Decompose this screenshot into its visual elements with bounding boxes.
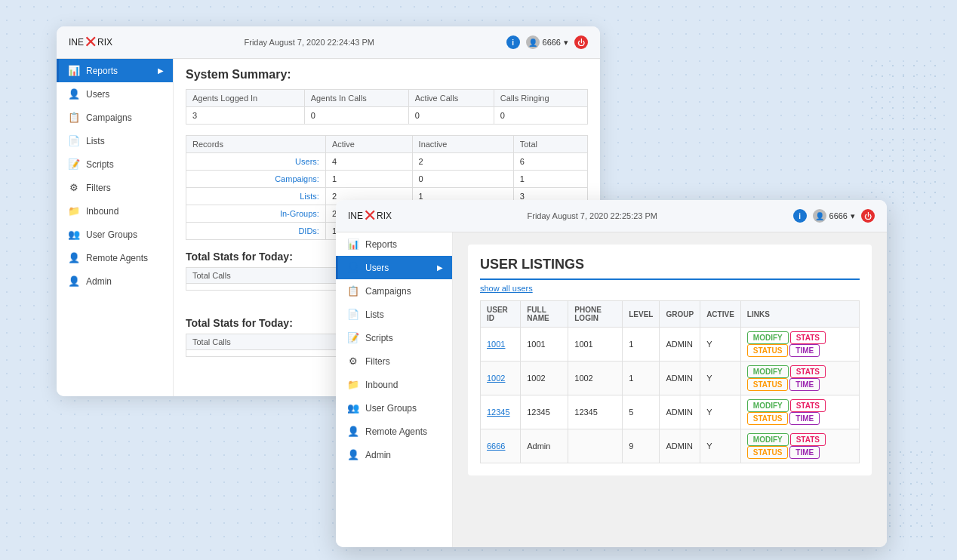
info-icon[interactable]: i	[506, 35, 520, 49]
w2-sidebar-item-filters[interactable]: ⚙ Filters	[336, 349, 452, 373]
w2-sidebar-item-users[interactable]: 👤 Users ▶	[336, 256, 452, 279]
active-calls-val: 0	[408, 107, 494, 125]
links-cell: MODIFYSTATSSTATUSTIME	[740, 362, 859, 395]
sidebar-item-admin[interactable]: 👤 Admin	[57, 269, 173, 293]
sidebar-item-campaigns[interactable]: 📋 Campaigns	[57, 106, 173, 129]
full-name-cell: Admin	[521, 429, 568, 463]
w2-lists-icon: 📄	[347, 309, 359, 320]
w2-sidebar-item-user-groups[interactable]: 👥 User Groups	[336, 396, 452, 420]
sidebar-item-scripts[interactable]: 📝 Scripts	[57, 152, 173, 176]
table-header-row: USER ID FULL NAME PHONE LOGIN LEVEL GROU…	[481, 301, 860, 328]
w2-scripts-icon: 📝	[347, 332, 359, 343]
col-full-name: FULL NAME	[521, 301, 568, 328]
remote-agents-icon: 👤	[68, 252, 80, 263]
btn-status[interactable]: STATUS	[747, 446, 789, 459]
w2-sidebar-item-lists[interactable]: 📄 Lists	[336, 303, 452, 326]
user-id-link[interactable]: 1001	[487, 340, 505, 349]
full-name-cell: 1002	[521, 362, 568, 395]
group-cell: ADMIN	[660, 429, 700, 463]
dropdown-arrow: ▾	[564, 38, 568, 48]
summary-table-1: Agents Logged In Agents In Calls Active …	[186, 89, 588, 125]
user-menu-2[interactable]: 👤 6666 ▾	[813, 209, 855, 223]
btn-stats[interactable]: STATS	[790, 433, 826, 446]
record-label[interactable]: DIDs:	[186, 223, 326, 240]
user-avatar: 👤	[526, 35, 540, 49]
links-cell: MODIFYSTATSSTATUSTIME	[740, 429, 859, 463]
btn-stats[interactable]: STATS	[790, 399, 826, 412]
col-records: Records	[186, 136, 326, 153]
w2-sidebar-item-scripts[interactable]: 📝 Scripts	[336, 326, 452, 349]
btn-status[interactable]: STATUS	[747, 412, 789, 425]
info-icon-2[interactable]: i	[793, 209, 807, 223]
col-active-calls: Active Calls	[408, 90, 494, 107]
user-id-cell: 6666	[481, 429, 521, 463]
lists-icon: 📄	[68, 135, 80, 146]
user-table-row: 1001 1001 1001 1 ADMIN Y MODIFYSTATSSTAT…	[481, 328, 860, 362]
w2-sidebar-item-campaigns[interactable]: 📋 Campaigns	[336, 279, 452, 303]
user-id-link[interactable]: 12345	[487, 408, 510, 417]
record-label[interactable]: Users:	[186, 153, 326, 171]
sidebar-item-reports[interactable]: 📊 Reports ▶	[57, 59, 173, 82]
w2-admin-icon: 👤	[347, 449, 359, 460]
btn-modify[interactable]: MODIFY	[747, 399, 789, 412]
power-button[interactable]: ⏻	[574, 35, 588, 49]
sidebar-item-user-groups[interactable]: 👥 User Groups	[57, 223, 173, 246]
w2-sidebar-label-scripts: Scripts	[365, 333, 393, 343]
btn-time[interactable]: TIME	[789, 446, 820, 459]
btn-time[interactable]: TIME	[789, 412, 820, 425]
power-button-2[interactable]: ⏻	[861, 209, 875, 223]
user-id-link[interactable]: 1002	[487, 374, 505, 383]
sidebar-item-remote-agents[interactable]: 👤 Remote Agents	[57, 246, 173, 269]
users-icon: 👤	[68, 88, 80, 100]
decorative-dots-right	[866, 60, 942, 211]
btn-modify[interactable]: MODIFY	[747, 331, 789, 344]
sidebar-label-users: Users	[86, 89, 109, 100]
total-calls-val	[186, 284, 339, 291]
full-name-cell: 12345	[521, 395, 568, 429]
sidebar-label-user-groups: User Groups	[86, 229, 137, 240]
user-table-row: 6666 Admin 9 ADMIN Y MODIFYSTATSSTATUSTI…	[481, 429, 860, 463]
record-label[interactable]: Campaigns:	[186, 171, 326, 188]
window2-sidebar: 📊 Reports 👤 Users ▶ 📋 Campaigns 📄 Lists	[336, 232, 453, 547]
w2-sidebar-item-reports[interactable]: 📊 Reports	[336, 232, 452, 256]
col-phone-login: PHONE LOGIN	[568, 301, 623, 328]
w2-sidebar-item-remote-agents[interactable]: 👤 Remote Agents	[336, 420, 452, 443]
group-cell: ADMIN	[660, 362, 700, 395]
btn-status[interactable]: STATUS	[747, 378, 789, 391]
links-cell: MODIFYSTATSSTATUSTIME	[740, 395, 859, 429]
col-active: Active	[325, 136, 412, 153]
logo2-text-x: ✕	[363, 206, 377, 226]
w2-reports-icon: 📊	[347, 238, 359, 250]
col-calls-ringing: Calls Ringing	[494, 90, 587, 107]
btn-time[interactable]: TIME	[789, 344, 820, 357]
sidebar-item-users[interactable]: 👤 Users	[57, 82, 173, 106]
user-id-link[interactable]: 6666	[487, 442, 505, 451]
sidebar-label-filters: Filters	[86, 183, 111, 193]
agents-logged-in-val: 3	[186, 107, 305, 125]
user-table-row: 1002 1002 1002 1 ADMIN Y MODIFYSTATSSTAT…	[481, 362, 860, 395]
show-all-users-link[interactable]: show all users	[480, 284, 533, 293]
calls-ringing-val: 0	[494, 107, 587, 125]
sidebar-item-inbound[interactable]: 📁 Inbound	[57, 199, 173, 223]
total-calls-val-2	[186, 350, 339, 357]
btn-status[interactable]: STATUS	[747, 344, 789, 357]
user-menu[interactable]: 👤 6666 ▾	[526, 35, 568, 49]
sidebar-item-filters[interactable]: ⚙ Filters	[57, 176, 173, 199]
user-id-cell: 1002	[481, 362, 521, 395]
window1-sidebar: 📊 Reports ▶ 👤 Users 📋 Campaigns 📄 Lists	[57, 59, 174, 396]
w2-sidebar-arrow: ▶	[437, 263, 443, 272]
btn-time[interactable]: TIME	[789, 378, 820, 391]
sidebar-item-lists[interactable]: 📄 Lists	[57, 129, 173, 152]
record-label[interactable]: In-Groups:	[186, 205, 326, 223]
col-total-calls-2: Total Calls	[186, 334, 339, 350]
btn-stats[interactable]: STATS	[790, 365, 826, 378]
w2-sidebar-item-admin[interactable]: 👤 Admin	[336, 443, 452, 466]
btn-modify[interactable]: MODIFY	[747, 365, 789, 378]
w2-sidebar-item-inbound[interactable]: 📁 Inbound	[336, 373, 452, 396]
w2-sidebar-label-campaigns: Campaigns	[365, 286, 411, 297]
active-cell: Y	[700, 328, 741, 362]
btn-stats[interactable]: STATS	[790, 331, 826, 344]
btn-modify[interactable]: MODIFY	[747, 433, 789, 446]
record-label[interactable]: Lists:	[186, 188, 326, 205]
col-level: LEVEL	[623, 301, 660, 328]
